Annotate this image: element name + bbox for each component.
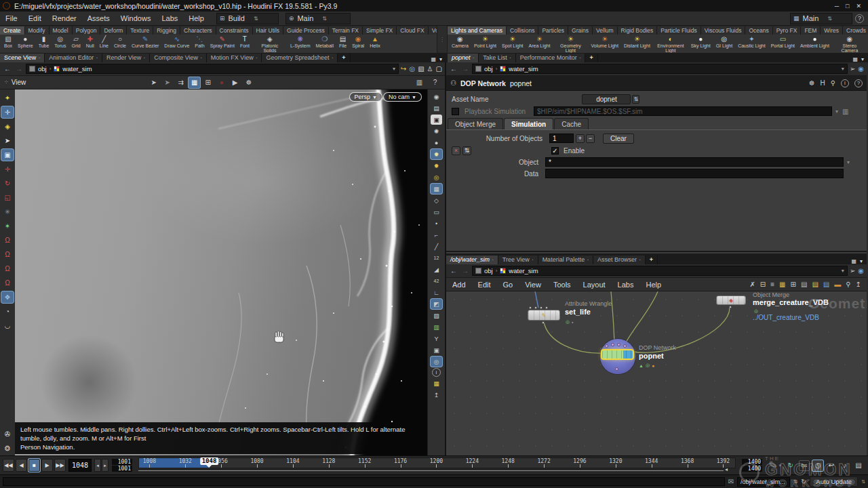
number-of-objects-field[interactable]: 1 (549, 134, 574, 143)
pane-split-icon[interactable]: ▦ (431, 56, 436, 62)
pane-tab-render-view[interactable]: Render View▪ (102, 54, 150, 62)
network-tools-icon[interactable]: ✗ (749, 281, 755, 288)
audio-icon[interactable]: ♪ (840, 460, 850, 471)
node-input-dot[interactable] (534, 306, 537, 309)
scale-icon[interactable]: ◱ (1, 192, 14, 203)
pane-tab-obj-water-sim[interactable]: /obj/water_sim▪ (446, 256, 498, 264)
shelf-divider[interactable]: ⋮ (437, 26, 448, 53)
tab-close-icon[interactable]: ▪ (473, 54, 475, 62)
object-dropdown-icon[interactable]: ▾ (847, 159, 850, 165)
path-dropdown-icon[interactable]: ▾ (842, 66, 844, 72)
snapping-icon[interactable]: ▦ (189, 77, 200, 88)
shelf-tab-modify[interactable]: Modify (25, 26, 50, 35)
tool-point-light[interactable]: ☀Point Light (471, 35, 499, 53)
box-zoom-icon[interactable]: ⊞ (202, 77, 214, 88)
back-icon[interactable]: ← (3, 65, 12, 73)
breadcrumb-node[interactable]: water_sim (509, 267, 538, 274)
network-path-field[interactable]: obj › water_sim ▾ (472, 266, 848, 276)
desktop-right-selector[interactable]: ▦ Main ⇅ (790, 13, 852, 24)
tool-metaball[interactable]: ❍Metaball (313, 35, 336, 53)
data-field[interactable] (545, 169, 844, 178)
node-input-dot[interactable] (611, 343, 614, 346)
ruler-icon[interactable]: ∟ (431, 287, 442, 298)
display-flag-icon[interactable]: ◎ (754, 308, 758, 314)
node-output-dot[interactable] (729, 306, 732, 308)
checker-icon[interactable]: ▨ (431, 310, 442, 321)
headlight-icon[interactable]: ✺ (431, 126, 442, 136)
menu-assets[interactable]: Assets (82, 12, 115, 25)
range-slider-lane[interactable]: ◂ (138, 468, 736, 473)
tool-l-system[interactable]: ❋L-System (288, 35, 313, 53)
tab-close-icon[interactable]: ▪ (639, 256, 641, 264)
pin-pane-icon[interactable]: ➢ (850, 65, 855, 73)
link-editor-icon[interactable]: ◎ (409, 65, 415, 73)
menu-labs[interactable]: Labs (156, 12, 183, 25)
tool-distant-light[interactable]: ☀Distant Light (621, 35, 653, 53)
camera-lock-icon[interactable]: ▣ (431, 115, 442, 125)
shelf-tab-crowds[interactable]: Crowds (843, 26, 868, 35)
auto-key-control[interactable]: ✎ ▾ (768, 459, 781, 472)
folder-tab-simulation[interactable]: Simulation (504, 118, 553, 129)
maximize-button[interactable]: □ (846, 3, 849, 9)
handle-box-icon[interactable]: ◈ (1, 121, 14, 132)
reorder-multiparm-button[interactable]: ⇅ (462, 146, 471, 155)
tool-volume-light[interactable]: ☀Volume Light (588, 35, 620, 53)
render-region-icon[interactable]: ◔ (1, 306, 14, 317)
shelf-tab-viscous-fluids[interactable]: Viscous Fluids (701, 26, 746, 35)
node-input-dot[interactable] (540, 306, 542, 309)
menu-edit[interactable]: Edit (23, 12, 47, 25)
lock-flag-icon[interactable]: ▪ (572, 320, 573, 325)
pane-tab-take-list[interactable]: Take List▪ (479, 54, 515, 62)
breadcrumb-root[interactable]: obj (38, 65, 47, 73)
breadcrumb-node[interactable]: water_sim (509, 65, 538, 73)
viewer-help-icon[interactable]: ? (429, 77, 441, 88)
playback-range-start-field[interactable]: 1001 (112, 459, 132, 465)
jump-end-button[interactable]: ▶▶ (54, 459, 66, 472)
shelf-tab-model[interactable]: Model (50, 26, 73, 35)
translate-icon[interactable]: ✛ (1, 163, 14, 175)
node-input-dot[interactable] (529, 306, 532, 309)
auto-update-selector[interactable]: Auto Update (810, 476, 858, 487)
tab-close-icon[interactable]: ▪ (39, 54, 40, 62)
toolbar-layout-icon[interactable]: ▥ (414, 77, 425, 88)
remove-multiparm-button[interactable]: × (452, 146, 460, 155)
fps-display-icon[interactable]: fps (799, 460, 810, 471)
tool-ambient-light[interactable]: ●Ambient Light (797, 35, 832, 53)
floating-panel-icon[interactable]: ▢ (436, 65, 442, 73)
snapshot-camera-icon[interactable]: ✇ (1, 428, 14, 440)
group-colors-icon[interactable]: ▥ (431, 322, 442, 332)
network-menu-add[interactable]: Add (446, 278, 472, 291)
forward-icon[interactable]: → (460, 267, 470, 274)
move-tool-icon[interactable]: ✛ (1, 106, 14, 118)
asset-name-combo[interactable]: dopnet (582, 94, 631, 104)
pane-menu-icon[interactable]: ▾ (439, 56, 442, 62)
shelf-tab-texture[interactable]: Texture (127, 26, 153, 35)
network-menu-layout[interactable]: Layout (577, 278, 612, 291)
add-object-button[interactable]: + (576, 134, 585, 143)
pane-tab-animation-editor[interactable]: Animation Editor▪ (45, 54, 102, 62)
snapshot-image-icon[interactable]: ▤ (801, 281, 807, 288)
menubar-help-icon[interactable]: ? (855, 14, 864, 23)
tool-camera[interactable]: ◉Camera (449, 35, 471, 53)
material-shade-icon[interactable]: ▭ (431, 207, 442, 217)
shelf-tab-terrain-fx[interactable]: Terrain FX (329, 26, 363, 35)
tool-sky-light[interactable]: ●Sky Light (688, 35, 713, 53)
network-menu-go[interactable]: Go (497, 278, 519, 291)
network-find-icon[interactable]: ⚲ (846, 281, 850, 288)
tab-close-icon[interactable]: ▪ (201, 54, 202, 62)
network-menu-labs[interactable]: Labs (612, 278, 640, 291)
param-path-field[interactable]: obj › water_sim ▾ (472, 64, 848, 74)
gear-menu-icon[interactable]: ☸ (808, 79, 814, 87)
shelf-tab-fem[interactable]: FEM (801, 26, 821, 35)
color-palette-icon[interactable]: ▦ (779, 281, 785, 288)
flipbook-icon[interactable]: ▶ (229, 77, 241, 88)
take-selector[interactable]: ⊕ Main ⇅ (285, 13, 351, 24)
displacement-icon[interactable]: ▦ (431, 184, 442, 194)
tool-environment-light[interactable]: ◐Environment Light (653, 35, 688, 53)
realtime-toggle-icon[interactable]: ◷ (812, 460, 823, 471)
tool-geometry-light[interactable]: ☀Geometry Light (553, 35, 588, 53)
clear-button[interactable]: Clear (603, 134, 634, 144)
shelf-tab-lights-and-cameras[interactable]: Lights and Cameras (448, 26, 507, 35)
show-handles-icon[interactable]: ➤ (161, 77, 173, 88)
folder-tab-cache[interactable]: Cache (554, 118, 589, 129)
